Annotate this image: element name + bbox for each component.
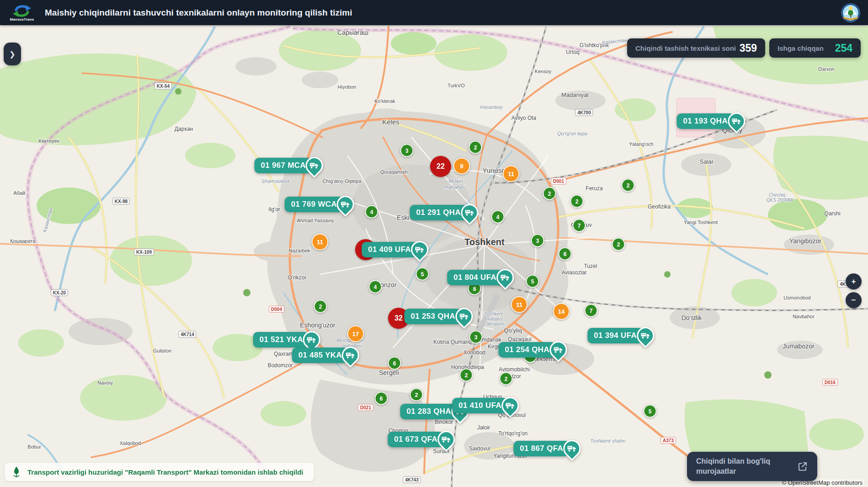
cluster-marker-green[interactable]: 5 [644, 405, 657, 418]
garbage-truck-icon [493, 265, 517, 290]
road-shield: KX-20 [51, 289, 68, 296]
recycle-arrows-icon [12, 4, 32, 18]
vehicle-marker[interactable]: 01 521 YKA [253, 331, 320, 348]
waste-requests-card[interactable]: Chiqindi bilan bog'liq murojaatlar [687, 452, 817, 481]
vehicle-marker[interactable]: 01 253 QHA [405, 308, 473, 325]
cluster-marker-green[interactable]: 4 [369, 280, 382, 294]
stat-active-label: Ishga chiqqan [777, 44, 824, 52]
cluster-marker-green[interactable]: 2 [500, 372, 513, 385]
vehicle-marker[interactable]: 01 394 UFA [587, 327, 654, 344]
vehicle-plate-label: 01 485 YKA [292, 348, 348, 363]
vehicle-marker[interactable]: 01 867 QFA [513, 440, 580, 457]
zoom-in-button[interactable]: + [846, 273, 862, 289]
cluster-marker-green[interactable]: 3 [469, 331, 483, 344]
zoom-out-button[interactable]: − [846, 292, 862, 308]
cluster-marker-green[interactable]: 5 [526, 275, 539, 288]
vehicle-marker[interactable]: 01 409 UFA [362, 241, 428, 258]
stat-card-active-vehicles: Ishga chiqqan 254 [769, 38, 861, 58]
garbage-truck-icon [434, 427, 458, 452]
credit-text: Transport vazirligi huzuridagi "Raqamli … [27, 468, 303, 476]
cluster-marker-orange[interactable]: 11 [312, 234, 329, 251]
cluster-marker-green[interactable]: 3 [400, 144, 414, 157]
brand-name: MaxsusTrans [10, 17, 34, 21]
cluster-marker-orange[interactable]: 11 [503, 166, 520, 182]
chevron-right-icon: ❯ [9, 50, 15, 59]
app-header: MaxsusTrans Maishiy chiqindilarni tashuv… [0, 0, 868, 25]
vehicle-marker[interactable]: 01 485 YKA [292, 347, 359, 364]
cluster-marker-green[interactable]: 7 [573, 219, 586, 232]
vehicle-marker[interactable]: 01 291 QHA [410, 204, 479, 221]
garbage-truck-icon [498, 393, 522, 418]
cluster-marker-green[interactable]: 6 [375, 392, 388, 405]
cluster-marker-green[interactable]: 3 [531, 234, 544, 247]
garbage-truck-icon [407, 237, 432, 262]
vehicle-marker[interactable]: 01 193 QHA [677, 112, 746, 130]
garbage-truck-icon [302, 153, 327, 178]
stat-active-value: 254 [835, 42, 852, 54]
vehicle-marker[interactable]: 01 769 WCA [285, 196, 354, 213]
cluster-marker-orange[interactable]: 11 [511, 296, 528, 313]
road-shield: KX-54 [154, 83, 172, 90]
vehicle-plate-label: 01 409 UFA [362, 242, 417, 257]
ministry-tree-icon [11, 466, 22, 478]
vehicle-plate-label: 01 867 QFA [513, 441, 570, 456]
cluster-marker-green[interactable]: 6 [388, 357, 401, 370]
vehicle-plate-label: 01 253 QHA [405, 309, 462, 324]
cluster-marker-orange[interactable]: 14 [553, 303, 570, 320]
garbage-truck-icon [333, 192, 358, 217]
road-shield: 4K714 [178, 331, 196, 338]
road-shield: A373 [660, 437, 676, 444]
cluster-marker-green[interactable]: 5 [416, 268, 429, 281]
cluster-marker-green[interactable]: 2 [469, 141, 482, 154]
vehicle-plate-label: 01 410 UFA [452, 398, 508, 413]
vehicle-marker[interactable]: 01 804 UFA [447, 269, 514, 286]
cluster-marker-green[interactable]: 2 [570, 195, 584, 208]
plus-icon: + [852, 277, 856, 286]
garbage-truck-icon [559, 436, 584, 461]
vehicle-marker[interactable]: 01 673 QFA [388, 431, 455, 448]
vehicle-plate-label: 01 967 MCA [255, 158, 312, 173]
cluster-marker-red[interactable]: 22 [430, 156, 451, 177]
credit-bar: Transport vazirligi huzuridagi "Raqamli … [5, 463, 314, 481]
garbage-truck-icon [633, 323, 658, 348]
vehicle-plate-label: 01 769 WCA [285, 197, 343, 212]
vehicle-plate-label: 01 283 QHA [400, 404, 458, 419]
cluster-marker-green[interactable]: 4 [491, 210, 505, 224]
maxsustrans-logo: MaxsusTrans [7, 4, 37, 21]
garbage-truck-icon [452, 304, 476, 329]
cluster-marker-green[interactable]: 2 [460, 369, 473, 382]
marker-layer: KX-54KX-98KX-109KX-204K714D004D021D0014K… [0, 0, 868, 487]
road-shield: D004 [269, 306, 284, 313]
stat-total-value: 359 [740, 42, 757, 54]
road-shield: D021 [358, 404, 373, 411]
cluster-marker-green[interactable]: 2 [622, 179, 635, 192]
waste-requests-label: Chiqindi bilan bog'liq murojaatlar [696, 456, 781, 476]
garbage-truck-icon [546, 337, 570, 362]
road-shield: D016 [822, 379, 838, 386]
cluster-marker-orange[interactable]: 17 [347, 326, 364, 343]
cluster-marker-green[interactable]: 2 [410, 388, 423, 401]
external-link-icon [797, 461, 808, 472]
vehicle-marker[interactable]: 01 967 MCA [255, 157, 323, 174]
vehicle-plate-label: 01 291 QHA [410, 205, 468, 220]
map[interactable]: СарыағашKelesQibraySalarToshkentYunusobo… [0, 0, 868, 487]
cluster-marker-green[interactable]: 6 [559, 247, 572, 261]
cluster-marker-green[interactable]: 7 [585, 304, 598, 317]
vehicle-plate-label: 01 804 UFA [447, 270, 503, 285]
vehicle-plate-label: 01 394 UFA [587, 328, 643, 343]
garbage-truck-icon [338, 343, 363, 368]
stat-total-label: Chiqindi tashish texnikasi soni [635, 44, 736, 52]
page-title: Maishiy chiqindilarni tashuvchi texnikal… [45, 8, 352, 18]
sidebar-expand-button[interactable]: ❯ [4, 43, 21, 65]
cluster-marker-green[interactable]: 2 [543, 187, 556, 200]
cluster-marker-green[interactable]: 4 [365, 205, 378, 219]
cluster-marker-green[interactable]: 2 [612, 238, 625, 251]
cluster-marker-green[interactable]: 2 [314, 300, 327, 313]
cluster-marker-orange[interactable]: 9 [453, 158, 470, 175]
vehicle-marker[interactable]: 01 410 UFA [452, 397, 519, 414]
road-shield: 4K700 [575, 109, 593, 116]
vehicle-marker[interactable]: 01 254 QHA [499, 341, 567, 359]
city-emblem-logo [841, 3, 861, 23]
vehicle-plate-label: 01 193 QHA [677, 113, 735, 129]
stat-card-total-vehicles: Chiqindi tashish texnikasi soni 359 [627, 38, 765, 58]
